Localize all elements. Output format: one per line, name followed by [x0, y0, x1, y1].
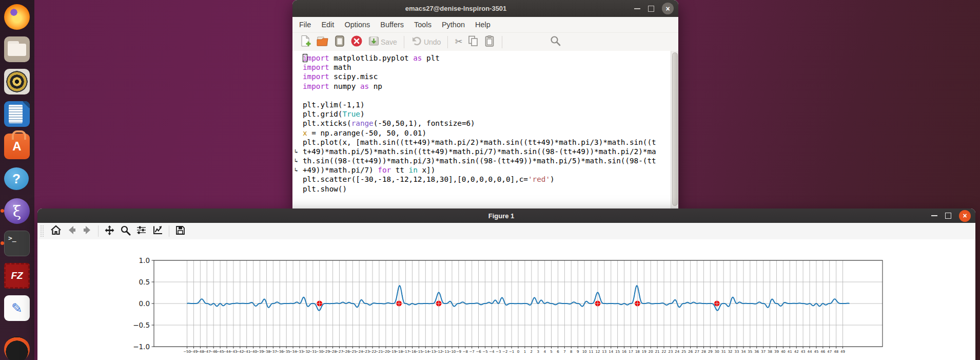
code-line[interactable]: +49))*math.pi/7) for tt in x])↳: [303, 165, 668, 175]
pan-button[interactable]: [104, 225, 115, 238]
toolbar-separator: [169, 225, 169, 237]
zoom-button[interactable]: [120, 225, 131, 238]
running-indicator: [1, 241, 4, 245]
copy-icon: [467, 35, 479, 49]
code-line[interactable]: th.sin((98-(tt+49))*math.pi/3)*math.sin(…: [303, 156, 668, 165]
minimize-button[interactable]: [931, 215, 937, 216]
y-tick-label: 0.5: [139, 278, 150, 286]
filezilla-icon: FZ: [4, 263, 30, 289]
save-button[interactable]: Save: [368, 35, 397, 49]
dock-item-help[interactable]: ?: [4, 166, 30, 192]
code-line[interactable]: [303, 91, 668, 100]
dock-item-terminal[interactable]: >_: [4, 231, 30, 256]
toolbar-grip[interactable]: [41, 225, 45, 237]
close-button[interactable]: ×: [662, 3, 674, 14]
x-tick-label: −4: [489, 350, 495, 354]
x-tick-label: 17: [629, 350, 633, 354]
dock-item-writer[interactable]: [4, 101, 30, 127]
new-file-button[interactable]: [300, 35, 311, 49]
subplots-button[interactable]: [136, 225, 147, 237]
dock-item-partial[interactable]: [4, 336, 30, 360]
menu-buffers[interactable]: Buffers: [375, 21, 409, 29]
close-button[interactable]: ×: [959, 210, 971, 222]
close-buffer-button[interactable]: [350, 35, 363, 49]
x-tick-label: 44: [808, 350, 812, 354]
dock-item-rhythmbox[interactable]: [4, 69, 30, 94]
code-line[interactable]: import math: [303, 63, 668, 72]
figure-plot[interactable]: −50−49−48−47−46−45−44−43−42−41−40−39−38−…: [37, 239, 975, 360]
emacs-icon: ξ: [4, 198, 30, 224]
menu-options[interactable]: Options: [339, 21, 375, 29]
home-button[interactable]: [50, 225, 62, 237]
menu-tools[interactable]: Tools: [409, 21, 437, 29]
back-icon: [67, 225, 77, 237]
copy-button[interactable]: [467, 35, 479, 49]
code-line[interactable]: import matplotlib.pyplot as plt: [303, 53, 668, 63]
emacs-titlebar[interactable]: emacs27@denise-Inspiron-3501 ×: [292, 0, 678, 17]
cut-button[interactable]: ✂: [455, 37, 462, 47]
x-tick-label: 42: [794, 350, 799, 354]
code-line[interactable]: plt.scatter([-30,-18,-12,12,18,30],[0,0,…: [303, 175, 668, 184]
x-tick-label: 21: [655, 350, 660, 354]
figure-window: Figure 1 × −50−49−48−47−46−45−44−43−42−4…: [37, 209, 975, 360]
x-tick-label: 2: [531, 350, 533, 354]
dock-item-emacs[interactable]: ξ: [4, 198, 30, 224]
dock-item-files[interactable]: [4, 36, 30, 62]
running-indicator: [1, 209, 4, 213]
customize-button[interactable]: [152, 225, 163, 237]
x-tick-label: 8: [570, 350, 572, 354]
menu-help[interactable]: Help: [470, 21, 496, 29]
scrollbar[interactable]: [671, 51, 678, 209]
menu-python[interactable]: Python: [437, 21, 470, 29]
line-wrap-left-icon: ↳: [295, 165, 298, 175]
code-area[interactable]: import matplotlib.pyplot as pltimport ma…: [303, 53, 668, 194]
writer-icon: [4, 101, 30, 127]
x-tick-label: 35: [748, 350, 752, 354]
dock-item-software[interactable]: A: [4, 134, 30, 159]
code-line[interactable]: import numpy as np: [303, 82, 668, 91]
scrollbar-thumb[interactable]: [672, 52, 678, 206]
code-line[interactable]: import scipy.misc: [303, 72, 668, 81]
toolbar-separator: [502, 36, 502, 48]
maximize-button[interactable]: [648, 6, 654, 12]
undo-button[interactable]: Undo: [411, 36, 441, 48]
code-line[interactable]: plt.ylim(-1,1): [303, 100, 668, 109]
x-tick-label: 34: [741, 350, 746, 354]
help-icon: ?: [4, 167, 29, 190]
save-button[interactable]: [175, 225, 186, 238]
dock-item-texteditor[interactable]: ✎: [4, 295, 30, 321]
frame-button[interactable]: [334, 35, 345, 49]
x-tick-label: 16: [622, 350, 626, 354]
code-line[interactable]: t+49)*math.pi/5)*math.sin((tt+49)*math.p…: [303, 147, 668, 156]
undo-label: Undo: [424, 38, 441, 46]
x-tick-label: 24: [675, 350, 679, 354]
desktop: { "desktop": { "dock": { "indicator_colo…: [0, 0, 980, 360]
emacs-buffer[interactable]: import matplotlib.pyplot as pltimport ma…: [292, 51, 678, 209]
forward-icon: [82, 225, 92, 237]
figure-titlebar[interactable]: Figure 1 ×: [37, 209, 975, 223]
open-folder-button[interactable]: [316, 35, 329, 49]
x-tick-label: −8: [463, 350, 468, 354]
plot-canvas[interactable]: −50−49−48−47−46−45−44−43−42−41−40−39−38−…: [37, 239, 975, 360]
dock-item-filezilla[interactable]: FZ: [4, 263, 30, 289]
paste-button[interactable]: [484, 35, 495, 49]
forward-button[interactable]: [82, 225, 92, 237]
minimize-button[interactable]: [634, 8, 640, 9]
x-tick-label: 43: [801, 350, 806, 354]
code-line[interactable]: x = np.arange(-50, 50, 0.01): [303, 128, 668, 138]
code-line[interactable]: plt.plot(x, [math.sin((tt+49)*math.pi/2)…: [303, 138, 668, 147]
menu-file[interactable]: File: [294, 21, 316, 29]
code-line[interactable]: plt.xticks(range(-50,50,1), fontsize=6): [303, 119, 668, 128]
search-button[interactable]: [550, 35, 561, 49]
maximize-button[interactable]: [945, 213, 951, 219]
dock-item-firefox[interactable]: [4, 4, 30, 30]
back-button[interactable]: [67, 225, 77, 237]
x-tick-label: 46: [820, 350, 825, 354]
x-tick-label: 28: [701, 350, 706, 354]
partial-icon: [4, 336, 30, 360]
code-line[interactable]: plt.show(): [303, 184, 668, 194]
x-tick-label: 9: [577, 350, 579, 354]
emacs-toolbar: SaveUndo✂: [292, 32, 678, 51]
code-line[interactable]: plt.grid(True): [303, 109, 668, 119]
menu-edit[interactable]: Edit: [316, 21, 339, 29]
